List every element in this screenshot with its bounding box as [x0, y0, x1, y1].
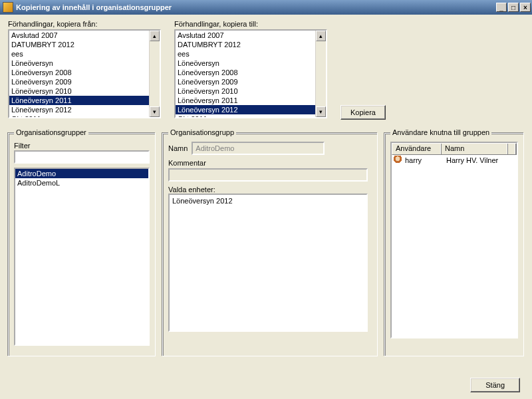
from-label: Förhandlingar, kopiera från: [8, 20, 161, 28]
list-item[interactable]: Okt 2011 [176, 114, 315, 117]
scroll-up-icon[interactable]: ▴ [150, 31, 160, 41]
minimize-button[interactable]: _ [496, 3, 507, 12]
list-item[interactable]: Löneöversyn 2012 [176, 105, 315, 114]
list-item[interactable]: Avslutad 2007 [9, 31, 149, 40]
list-item[interactable]: ees [176, 49, 315, 59]
list-item[interactable]: Löneöversyn 2008 [176, 68, 315, 77]
scroll-down-icon[interactable]: ▾ [150, 106, 160, 117]
close-button[interactable]: × [520, 3, 531, 12]
col-spacer [508, 144, 516, 154]
list-item[interactable]: AditroDemoL [15, 178, 148, 188]
col-anvandare[interactable]: Användare [392, 144, 442, 154]
list-item[interactable]: Löneöversyn 2010 [9, 86, 149, 96]
user-login: harry [405, 156, 444, 164]
list-item[interactable]: Löneöversyn 2009 [176, 77, 315, 86]
table-row[interactable]: harryHarry HV. Vilner [392, 155, 517, 166]
kommentar-label: Kommentar [168, 159, 372, 167]
list-item[interactable]: DATUMBRYT 2012 [9, 40, 149, 49]
scroll-up-icon[interactable]: ▴ [316, 31, 326, 41]
list-item[interactable]: Löneöversyn [9, 59, 149, 68]
filter-input[interactable] [14, 150, 150, 164]
org-group-detail-panel: Organisationsgrupp Namn AditroDemo Komme… [162, 133, 378, 356]
maximize-button[interactable]: □ [508, 3, 519, 12]
users-panel: Användare knutna till gruppen Användare … [384, 133, 524, 356]
valda-label: Valda enheter: [168, 186, 372, 194]
list-item[interactable]: Löneöversyn 2011 [176, 96, 315, 105]
scroll-down-icon[interactable]: ▾ [316, 106, 326, 117]
to-scrollbar[interactable]: ▴ ▾ [315, 31, 326, 117]
namn-field: AditroDemo [192, 142, 325, 155]
namn-label: Namn [168, 144, 188, 152]
list-item[interactable]: Löneöversyn 2011 [9, 96, 149, 105]
users-title: Användare knutna till gruppen [390, 128, 491, 136]
to-label: Förhandlingar, kopiera till: [174, 20, 327, 28]
window-title: Kopiering av innehåll i organisationsgru… [16, 3, 496, 11]
org-groups-panel: Organisationsgrupper Filter AditroDemoAd… [8, 133, 156, 356]
user-icon [393, 156, 402, 165]
list-item[interactable]: ees [9, 49, 149, 59]
list-item[interactable]: Löneöversyn 2010 [176, 86, 315, 96]
users-header[interactable]: Användare Namn [392, 143, 517, 155]
app-icon [3, 2, 13, 13]
list-item[interactable]: Löneöversyn [176, 59, 315, 68]
users-listview[interactable]: Användare Namn harryHarry HV. Vilner [390, 142, 518, 338]
from-scrollbar[interactable]: ▴ ▾ [149, 31, 160, 117]
list-item[interactable]: Löneöversyn 2008 [9, 68, 149, 77]
title-bar: Kopiering av innehåll i organisationsgru… [0, 0, 532, 15]
to-listbox[interactable]: Avslutad 2007DATUMBRYT 2012eesLöneöversy… [174, 29, 327, 118]
kopiera-button[interactable]: Kopiera [340, 105, 386, 120]
from-listbox[interactable]: Avslutad 2007DATUMBRYT 2012eesLöneöversy… [8, 29, 161, 118]
user-name: Harry HV. Vilner [446, 156, 498, 164]
col-namn[interactable]: Namn [442, 144, 508, 154]
list-item[interactable]: Okt 2011 [9, 114, 149, 117]
list-item[interactable]: Löneöversyn 2009 [9, 77, 149, 86]
org-groups-title: Organisationsgrupper [14, 128, 88, 136]
list-item[interactable]: Löneöversyn 2012 [9, 105, 149, 114]
filter-label: Filter [14, 142, 150, 150]
list-item[interactable]: Avslutad 2007 [176, 31, 315, 40]
detail-title: Organisationsgrupp [168, 128, 236, 136]
valda-enheter-listbox[interactable]: Löneöversyn 2012 [168, 194, 368, 332]
list-item[interactable]: Löneöversyn 2012 [172, 196, 364, 205]
kommentar-field[interactable] [168, 168, 368, 182]
list-item[interactable]: DATUMBRYT 2012 [176, 40, 315, 49]
stang-button[interactable]: Stäng [470, 378, 520, 392]
list-item[interactable]: AditroDemo [15, 169, 148, 178]
groups-listbox[interactable]: AditroDemoAditroDemoL [14, 168, 150, 346]
